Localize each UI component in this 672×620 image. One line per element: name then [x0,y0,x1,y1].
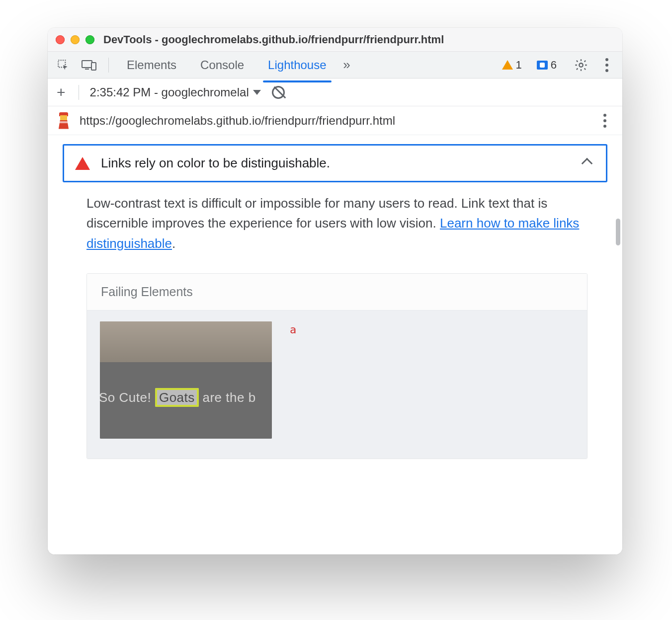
report-menu-icon[interactable] [596,112,613,129]
audit-description: Low-contrast text is difficult or imposs… [86,193,588,253]
divider [108,58,109,73]
tab-elements[interactable]: Elements [124,53,179,77]
new-report-button[interactable]: + [55,85,68,100]
divider [79,85,79,100]
message-icon [537,61,548,70]
thumb-text-after: are the b [199,390,256,405]
tab-console[interactable]: Console [197,53,247,77]
thumb-highlight: Goats [155,388,199,407]
chevron-up-icon [582,157,593,169]
titlebar: DevTools - googlechromelabs.github.io/fr… [48,28,622,52]
warning-icon [502,60,513,70]
report-select-label: 2:35:42 PM - googlechromelal [90,85,249,99]
window-title: DevTools - googlechromelabs.github.io/fr… [103,33,444,46]
more-tabs-icon[interactable]: » [338,57,355,74]
fail-icon [75,157,90,170]
lighthouse-icon [57,112,71,129]
audit-title: Links rely on color to be distinguishabl… [101,155,572,171]
device-toolbar-icon[interactable] [81,57,97,74]
tab-lighthouse[interactable]: Lighthouse [265,53,329,77]
failing-elements-panel: Failing Elements So Cute! Goats are the … [86,273,588,459]
report-url: https://googlechromelabs.github.io/frien… [80,114,588,128]
thumb-text-before: So Cute! [100,390,155,405]
panel-tabs: Elements Console Lighthouse [120,53,330,77]
clear-report-icon[interactable] [270,84,287,101]
scrollbar-thumb[interactable] [616,219,620,245]
devtools-window: DevTools - googlechromelabs.github.io/fr… [48,28,622,554]
messages-count: 6 [551,59,557,72]
failing-elements-body: So Cute! Goats are the b a [87,310,587,459]
svg-rect-3 [91,63,96,70]
minimize-window-button[interactable] [71,35,80,44]
svg-rect-1 [82,61,92,68]
settings-icon[interactable] [573,57,589,74]
messages-counter[interactable]: 6 [537,59,557,72]
audit-item[interactable]: Links rely on color to be distinguishabl… [63,144,607,182]
report-toolbar: + 2:35:42 PM - googlechromelal [48,78,622,106]
report-url-row: https://googlechromelabs.github.io/frien… [48,106,622,135]
report-select[interactable]: 2:35:42 PM - googlechromelal [90,85,261,99]
zoom-window-button[interactable] [85,35,94,44]
panel-tabstrip: Elements Console Lighthouse » 1 6 [48,52,622,78]
svg-point-4 [579,63,583,67]
chevron-down-icon [253,90,261,95]
close-window-button[interactable] [56,35,65,44]
element-tag: a [290,321,296,336]
audit-desc-tail: . [172,236,175,251]
window-controls [56,35,94,44]
report-content: Links rely on color to be distinguishabl… [48,135,622,554]
failing-elements-header: Failing Elements [87,274,587,310]
warnings-counter[interactable]: 1 [502,59,522,72]
warnings-count: 1 [516,59,522,72]
inspect-element-icon[interactable] [55,57,72,74]
kebab-menu-icon[interactable] [598,57,615,74]
element-screenshot[interactable]: So Cute! Goats are the b [100,321,272,439]
